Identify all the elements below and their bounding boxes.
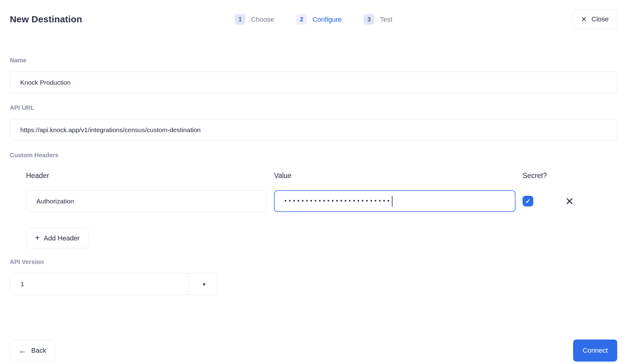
column-secret-label: Secret? xyxy=(523,172,547,180)
close-icon: ✕ xyxy=(581,16,587,23)
step-number-badge: 2 xyxy=(296,14,307,25)
step-number-badge: 1 xyxy=(235,14,246,25)
text-cursor xyxy=(392,196,392,207)
step-label: Test xyxy=(380,15,392,23)
plus-icon: + xyxy=(35,234,40,242)
close-button-label: Close xyxy=(591,15,609,23)
page-title: New Destination xyxy=(10,14,82,24)
dialog-footer: ← Back Connect xyxy=(10,340,617,362)
api-version-select[interactable]: 1 ▼ xyxy=(10,273,218,295)
checkmark-icon: ✓ xyxy=(525,198,531,205)
header-value-input[interactable]: ••••••••••••••••••••••••• xyxy=(274,190,516,212)
api-url-input[interactable] xyxy=(10,119,617,141)
step-label: Configure xyxy=(313,15,342,23)
remove-header-button[interactable]: ✕ xyxy=(565,196,574,206)
masked-value-text: ••••••••••••••••••••••••• xyxy=(284,198,392,204)
api-url-label: API URL xyxy=(10,104,617,111)
api-version-label: API Version xyxy=(10,258,617,266)
back-button-label: Back xyxy=(31,347,46,355)
name-label: Name xyxy=(10,57,617,64)
column-header-label: Header xyxy=(26,172,274,180)
custom-headers-column-row: Header Value Secret? xyxy=(26,172,617,180)
step-configure[interactable]: 2 Configure xyxy=(296,14,342,25)
remove-icon: ✕ xyxy=(565,195,574,207)
dialog-header: New Destination 1 Choose 2 Configure 3 T… xyxy=(10,9,617,29)
api-version-value: 1 xyxy=(10,280,24,288)
step-label: Choose xyxy=(251,15,274,23)
connect-button[interactable]: Connect xyxy=(573,340,617,362)
step-test[interactable]: 3 Test xyxy=(364,14,392,25)
header-row: ••••••••••••••••••••••••• ✓ ✕ xyxy=(26,190,617,212)
caret-down-icon: ▼ xyxy=(202,281,206,287)
secret-checkbox[interactable]: ✓ xyxy=(523,196,533,206)
close-button[interactable]: ✕ Close xyxy=(572,9,617,29)
select-divider xyxy=(188,274,189,294)
step-indicator: 1 Choose 2 Configure 3 Test xyxy=(235,14,392,25)
custom-headers-label: Custom Headers xyxy=(10,152,617,159)
back-arrow-icon: ← xyxy=(19,347,27,355)
new-destination-dialog: New Destination 1 Choose 2 Configure 3 T… xyxy=(0,0,627,364)
column-value-label: Value xyxy=(274,172,523,180)
add-header-label: Add Header xyxy=(44,234,80,242)
step-number-badge: 3 xyxy=(364,14,374,25)
header-name-input[interactable] xyxy=(26,190,266,212)
add-header-button[interactable]: + Add Header xyxy=(26,228,88,248)
back-button[interactable]: ← Back xyxy=(10,340,55,361)
step-choose[interactable]: 1 Choose xyxy=(235,14,274,25)
custom-headers-table: Header Value Secret? •••••••••••••••••••… xyxy=(26,172,617,212)
name-input[interactable] xyxy=(10,72,617,93)
